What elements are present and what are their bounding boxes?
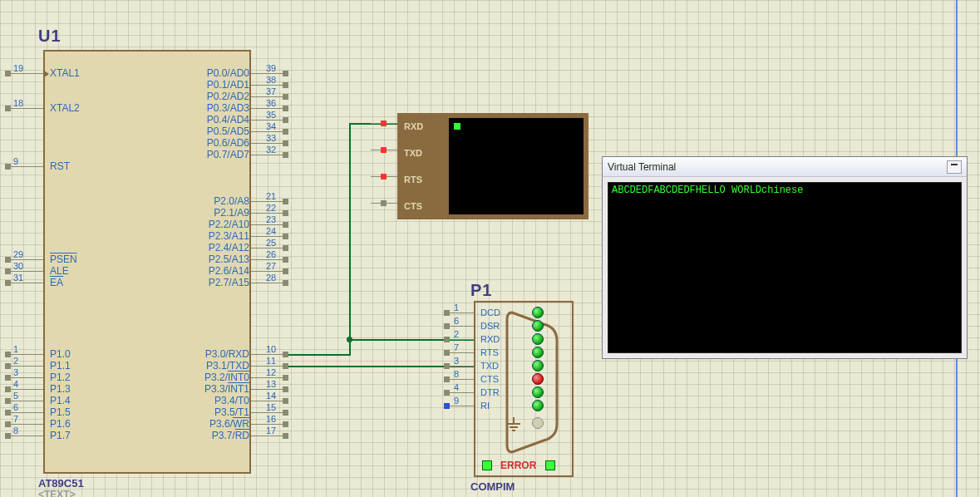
p1-pin-RXD-terminal[interactable] <box>444 337 450 342</box>
u1-pin-9-stub <box>10 166 43 167</box>
u1-pin-31-number: 31 <box>13 273 23 283</box>
u1-pin-2-stub <box>10 366 43 367</box>
u1-part: AT89C51 <box>38 477 84 490</box>
u1-pin-10-number: 10 <box>266 344 276 354</box>
u1-pin-31-label: EA <box>50 277 63 288</box>
u1-pin-30-terminal[interactable] <box>5 268 11 274</box>
p1-led-RXD <box>532 333 544 345</box>
vterm-pin-CTS-label: CTS <box>404 201 422 211</box>
u1-pin-18-stub <box>10 108 43 109</box>
u1-pin-13-terminal[interactable] <box>283 386 288 392</box>
u1-pin-11-terminal[interactable] <box>283 363 288 369</box>
u1-pin-12-terminal[interactable] <box>283 375 288 381</box>
u1-pin-17-terminal[interactable] <box>283 433 288 439</box>
virtual-terminal-window[interactable]: Virtual Terminal ABCDEDFABCDEDFHELLO WOR… <box>602 156 968 359</box>
u1-pin-4-terminal[interactable] <box>5 386 11 392</box>
p1-pin-CTS-terminal[interactable] <box>444 376 450 382</box>
u1-pin-1-label: P1.0 <box>50 348 71 360</box>
u1-pin-22-terminal[interactable] <box>283 210 288 216</box>
wire-rxd-h1 <box>286 354 351 356</box>
p1-pin-DTR-terminal[interactable] <box>444 390 450 396</box>
p1-pin-DCD-terminal[interactable] <box>444 310 450 316</box>
u1-pin-36-number: 36 <box>266 98 276 108</box>
u1-pin-23-number: 23 <box>266 214 276 224</box>
virtual-terminal-title: Virtual Terminal <box>608 161 676 173</box>
u1-pin-23-terminal[interactable] <box>283 222 288 228</box>
u1-pin-36-terminal[interactable] <box>283 106 288 111</box>
u1-pin-34-stub <box>251 131 284 132</box>
u1-pin-17-label: P3.7/RD <box>212 430 249 441</box>
u1-pin-14-label: P3.4/T0 <box>214 395 249 406</box>
u1-pin-8-terminal[interactable] <box>5 433 11 439</box>
close-button[interactable] <box>947 160 962 174</box>
u1-pin-28-terminal[interactable] <box>283 280 288 286</box>
u1-pin-5-terminal[interactable] <box>5 398 11 404</box>
u1-pin-25-terminal[interactable] <box>283 245 288 251</box>
u1-pin-6-terminal[interactable] <box>5 410 11 416</box>
u1-pin-37-terminal[interactable] <box>283 94 288 100</box>
u1-pin-7-number: 7 <box>13 414 18 424</box>
p1-pin-DSR-stub <box>449 326 474 327</box>
u1-pin-26-terminal[interactable] <box>283 257 288 263</box>
u1-pin-21-number: 21 <box>266 191 276 201</box>
u1-pin-14-terminal[interactable] <box>283 398 288 404</box>
p1-pin-CTS-number: 8 <box>454 369 459 379</box>
u1-pin-35-terminal[interactable] <box>283 117 288 123</box>
u1-pin-10-terminal[interactable] <box>283 352 288 357</box>
u1-pin-34-terminal[interactable] <box>283 129 288 135</box>
u1-pin-38-stub <box>251 85 284 86</box>
virtual-terminal-titlebar[interactable]: Virtual Terminal <box>603 157 967 177</box>
u1-pin-24-stub <box>251 236 284 237</box>
u1-pin-24-terminal[interactable] <box>283 234 288 239</box>
u1-pin-1-terminal[interactable] <box>5 352 11 357</box>
u1-pin-1-stub <box>10 354 43 355</box>
u1-pin-23-stub <box>251 224 284 225</box>
u1-pin-8-stub <box>10 435 43 436</box>
u1-pin-13-label: P3.3/INT1 <box>204 383 249 395</box>
u1-pin-15-terminal[interactable] <box>283 410 288 416</box>
u1-pin-14-stub <box>251 401 284 401</box>
u1-pin-29-terminal[interactable] <box>5 257 11 263</box>
p1-designator: P1 <box>470 281 492 300</box>
p1-pin-RI-terminal[interactable] <box>444 403 450 409</box>
u1-pin-9-terminal[interactable] <box>5 164 11 170</box>
u1-pin-37-label: P0.2/AD2 <box>207 91 249 102</box>
u1-pin-6-number: 6 <box>13 402 18 412</box>
u1-pin-39-number: 39 <box>266 63 276 73</box>
u1-pin-38-terminal[interactable] <box>283 82 288 88</box>
p1-pin-TXD-terminal[interactable] <box>444 363 450 369</box>
vterm-pin-CTS-terminal[interactable] <box>381 200 387 206</box>
p1-pin-RXD-stub <box>449 339 474 340</box>
u1-pin-21-stub <box>251 201 284 202</box>
u1-pin-39-terminal[interactable] <box>283 71 288 76</box>
u1-pin-18-terminal[interactable] <box>5 106 11 111</box>
wire-rxd-v <box>349 123 351 356</box>
ground-icon <box>504 417 524 434</box>
vterm-pin-RTS-terminal[interactable] <box>381 174 387 180</box>
u1-pin-31-terminal[interactable] <box>5 280 11 286</box>
p1-pin-DSR-terminal[interactable] <box>444 323 450 329</box>
virtual-terminal-content[interactable]: ABCDEDFABCDEDFHELLO WORLDchinese <box>608 182 962 353</box>
u1-pin-2-terminal[interactable] <box>5 363 11 369</box>
u1-pin-21-terminal[interactable] <box>283 199 288 204</box>
u1-pin-28-number: 28 <box>266 273 276 283</box>
vterm-pin-RXD-terminal[interactable] <box>381 121 387 126</box>
u1-pin-7-terminal[interactable] <box>5 421 11 427</box>
u1-pin-33-terminal[interactable] <box>283 140 288 146</box>
p1-pin-DTR-stub <box>449 392 474 393</box>
u1-pin-32-terminal[interactable] <box>283 152 288 158</box>
p1-led-RI <box>532 400 544 411</box>
u1-text-placeholder: <TEXT> <box>38 489 76 497</box>
u1-pin-16-terminal[interactable] <box>283 421 288 427</box>
u1-pin-19-terminal[interactable] <box>5 71 11 76</box>
p1-pin-RTS-terminal[interactable] <box>444 350 450 356</box>
u1-pin-27-terminal[interactable] <box>283 268 288 274</box>
p1-pin-DTR-label: DTR <box>480 387 500 397</box>
u1-pin-6-label: P1.5 <box>50 406 71 418</box>
u1-pin-3-terminal[interactable] <box>5 375 11 381</box>
u1-pin-33-stub <box>251 143 284 144</box>
u1-pin-37-number: 37 <box>266 86 276 96</box>
virtual-terminal-component[interactable]: RXDTXDRTSCTS <box>397 113 588 219</box>
vterm-pin-TXD-terminal[interactable] <box>381 147 387 153</box>
u1-pin-25-stub <box>251 248 284 248</box>
